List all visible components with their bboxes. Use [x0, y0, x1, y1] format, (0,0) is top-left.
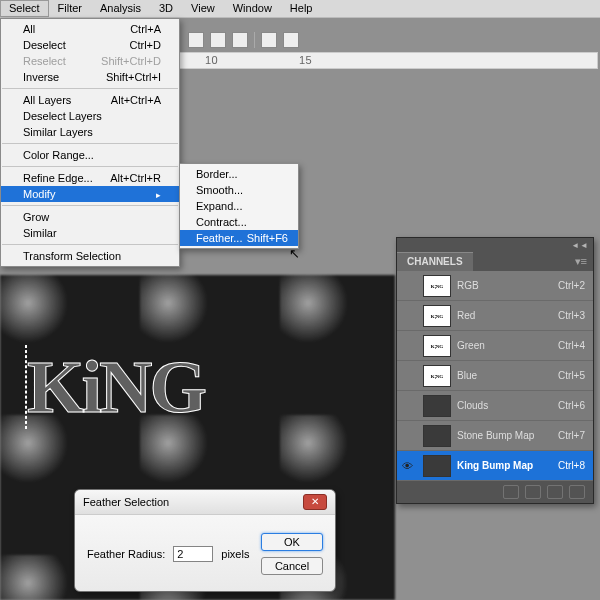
channels-list: KᵢNGRGBCtrl+2 KᵢNGRedCtrl+3 KᵢNGGreenCtr…	[397, 271, 593, 481]
panel-footer	[397, 481, 593, 503]
channel-row-green[interactable]: KᵢNGGreenCtrl+4	[397, 331, 593, 361]
tool-icon[interactable]	[188, 32, 204, 48]
horizontal-ruler: 10 15	[178, 52, 598, 69]
ok-button[interactable]: OK	[261, 533, 323, 551]
tool-icon[interactable]	[261, 32, 277, 48]
menu-item-transform-selection[interactable]: Transform Selection	[1, 248, 179, 264]
panel-collapse-bar[interactable]: ◄◄	[397, 238, 593, 252]
channel-row-stone-bump[interactable]: Stone Bump MapCtrl+7	[397, 421, 593, 451]
menu-separator	[2, 244, 178, 245]
menu-view[interactable]: View	[182, 0, 224, 17]
menu-bar: Select Filter Analysis 3D View Window He…	[0, 0, 600, 18]
menu-3d[interactable]: 3D	[150, 0, 182, 17]
channels-panel: ◄◄ CHANNELS ▾≡ KᵢNGRGBCtrl+2 KᵢNGRedCtrl…	[396, 237, 594, 504]
submenu-border[interactable]: Border...	[180, 166, 298, 182]
menu-item-deselect[interactable]: DeselectCtrl+D	[1, 37, 179, 53]
channel-row-blue[interactable]: KᵢNGBlueCtrl+5	[397, 361, 593, 391]
options-toolbar	[184, 30, 299, 50]
menu-analysis[interactable]: Analysis	[91, 0, 150, 17]
menu-help[interactable]: Help	[281, 0, 322, 17]
channel-row-red[interactable]: KᵢNGRedCtrl+3	[397, 301, 593, 331]
modify-submenu: Border... Smooth... Expand... Contract..…	[179, 163, 299, 249]
menu-item-inverse[interactable]: InverseShift+Ctrl+I	[1, 69, 179, 85]
tool-icon[interactable]	[210, 32, 226, 48]
separator	[254, 32, 255, 48]
save-selection-icon[interactable]	[525, 485, 541, 499]
cancel-button[interactable]: Cancel	[261, 557, 323, 575]
menu-select[interactable]: Select	[0, 0, 49, 17]
dialog-close-button[interactable]: ✕	[303, 494, 327, 510]
channels-tab[interactable]: CHANNELS	[397, 252, 473, 271]
canvas-text-selection: KiNG	[25, 345, 204, 430]
menu-separator	[2, 88, 178, 89]
feather-radius-label: Feather Radius:	[87, 548, 165, 560]
menu-separator	[2, 143, 178, 144]
menu-item-all-layers[interactable]: All LayersAlt+Ctrl+A	[1, 92, 179, 108]
channel-row-king-bump[interactable]: 👁King Bump MapCtrl+8	[397, 451, 593, 481]
feather-selection-dialog: Feather Selection ✕ Feather Radius: pixe…	[74, 489, 336, 592]
menu-item-color-range[interactable]: Color Range...	[1, 147, 179, 163]
ruler-mark: 15	[299, 54, 312, 66]
unit-label: pixels	[221, 548, 249, 560]
menu-item-deselect-layers[interactable]: Deselect Layers	[1, 108, 179, 124]
submenu-expand[interactable]: Expand...	[180, 198, 298, 214]
new-channel-icon[interactable]	[547, 485, 563, 499]
menu-item-all[interactable]: AllCtrl+A	[1, 21, 179, 37]
visibility-eye-icon[interactable]: 👁	[397, 460, 417, 472]
delete-channel-icon[interactable]	[569, 485, 585, 499]
collapse-icon: ◄◄	[571, 241, 589, 250]
panel-menu-icon[interactable]: ▾≡	[569, 252, 593, 271]
submenu-arrow-icon	[156, 188, 161, 200]
menu-separator	[2, 166, 178, 167]
submenu-feather[interactable]: Feather...Shift+F6	[180, 230, 298, 246]
menu-separator	[2, 205, 178, 206]
channel-row-rgb[interactable]: KᵢNGRGBCtrl+2	[397, 271, 593, 301]
menu-item-grow[interactable]: Grow	[1, 209, 179, 225]
tool-icon[interactable]	[232, 32, 248, 48]
menu-window[interactable]: Window	[224, 0, 281, 17]
select-menu-dropdown: AllCtrl+A DeselectCtrl+D ReselectShift+C…	[0, 18, 180, 267]
dialog-title: Feather Selection	[83, 496, 169, 508]
submenu-contract[interactable]: Contract...	[180, 214, 298, 230]
menu-item-modify[interactable]: Modify	[1, 186, 179, 202]
menu-item-similar[interactable]: Similar	[1, 225, 179, 241]
channel-row-clouds[interactable]: CloudsCtrl+6	[397, 391, 593, 421]
menu-item-similar-layers[interactable]: Similar Layers	[1, 124, 179, 140]
ruler-mark: 10	[205, 54, 218, 66]
tool-icon[interactable]	[283, 32, 299, 48]
feather-radius-input[interactable]	[173, 546, 213, 562]
load-selection-icon[interactable]	[503, 485, 519, 499]
submenu-smooth[interactable]: Smooth...	[180, 182, 298, 198]
menu-item-reselect: ReselectShift+Ctrl+D	[1, 53, 179, 69]
menu-filter[interactable]: Filter	[49, 0, 91, 17]
menu-item-refine-edge[interactable]: Refine Edge...Alt+Ctrl+R	[1, 170, 179, 186]
